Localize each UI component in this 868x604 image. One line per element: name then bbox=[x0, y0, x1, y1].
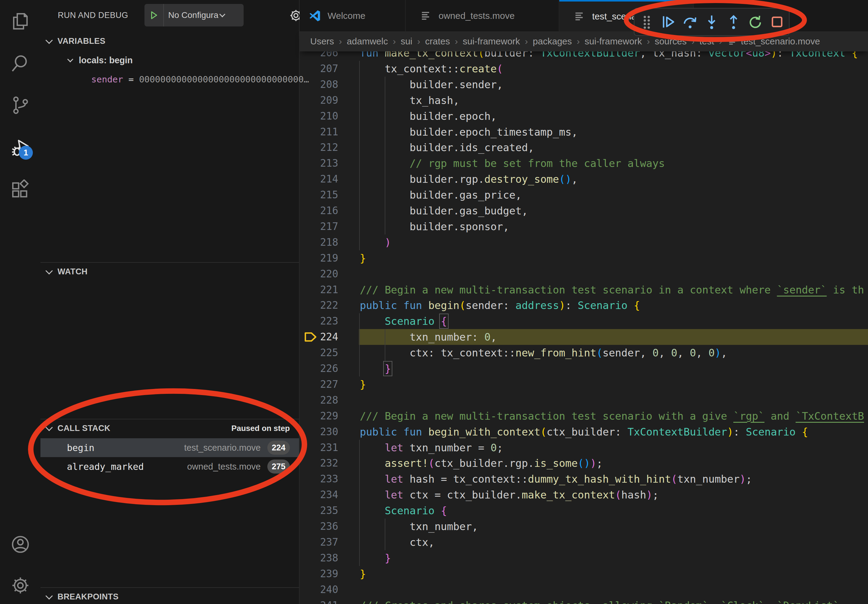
line-number[interactable]: 225 bbox=[310, 345, 338, 361]
step-into-button[interactable] bbox=[702, 11, 721, 33]
code-line[interactable]: 226 } bbox=[299, 361, 868, 376]
line-number[interactable]: 223 bbox=[310, 313, 338, 329]
code-line[interactable]: 230public fun begin_with_context(ctx_bui… bbox=[299, 424, 868, 440]
code-line[interactable]: 207 tx_context::create( bbox=[299, 61, 868, 77]
breadcrumb-item[interactable]: sui-framework bbox=[463, 36, 520, 46]
line-number[interactable]: 235 bbox=[310, 503, 338, 519]
breadcrumb-item[interactable]: test bbox=[699, 36, 714, 46]
line-number[interactable]: 234 bbox=[310, 487, 338, 503]
line-number[interactable]: 232 bbox=[310, 455, 338, 471]
code-line[interactable]: 221/// Begin a new multi-transaction tes… bbox=[299, 282, 868, 298]
line-number[interactable]: 213 bbox=[310, 155, 338, 171]
line-number[interactable]: 237 bbox=[310, 534, 338, 550]
line-number[interactable]: 227 bbox=[310, 376, 338, 392]
code-line[interactable]: 219} bbox=[299, 250, 868, 266]
breadcrumb-item[interactable]: adamwelc bbox=[347, 36, 388, 46]
code-line[interactable]: 223 Scenario { bbox=[299, 313, 868, 329]
code-line[interactable]: 218 ) bbox=[299, 234, 868, 250]
call-stack-frame[interactable]: begintest_scenario.move224 bbox=[40, 438, 299, 457]
call-stack-section-header[interactable]: CALL STACK Paused on step bbox=[40, 421, 299, 436]
start-debug-button[interactable] bbox=[144, 4, 164, 26]
code-text: tx_hash, bbox=[360, 93, 460, 108]
breadcrumb-file[interactable]: test_scenario.move bbox=[741, 36, 820, 46]
code-text: let hash = tx_context::dummy_tx_hash_wit… bbox=[360, 471, 752, 487]
code-line[interactable]: 239} bbox=[299, 566, 868, 582]
line-number[interactable]: 224 bbox=[310, 329, 338, 345]
line-number[interactable]: 228 bbox=[310, 392, 338, 408]
code-line[interactable]: 220 bbox=[299, 266, 868, 282]
continue-button[interactable] bbox=[659, 11, 678, 33]
line-number[interactable]: 217 bbox=[310, 219, 338, 234]
account-button[interactable] bbox=[0, 530, 40, 559]
breadcrumb-item[interactable]: Users bbox=[310, 36, 334, 46]
breadcrumb-item[interactable]: sui-framework bbox=[584, 36, 642, 46]
code-line[interactable]: 235 Scenario { bbox=[299, 503, 868, 519]
line-number[interactable]: 214 bbox=[310, 171, 338, 187]
call-stack-label: CALL STACK bbox=[57, 424, 110, 433]
line-number[interactable]: 230 bbox=[310, 424, 338, 440]
code-line[interactable]: 240 bbox=[299, 582, 868, 598]
line-number[interactable]: 210 bbox=[310, 108, 338, 124]
line-number[interactable]: 239 bbox=[310, 566, 338, 582]
line-number[interactable]: 241 bbox=[310, 598, 338, 604]
line-number[interactable]: 207 bbox=[310, 61, 338, 77]
line-number[interactable]: 216 bbox=[310, 203, 338, 219]
breadcrumb-item[interactable]: sui bbox=[401, 36, 412, 46]
line-number[interactable]: 221 bbox=[310, 282, 338, 298]
breadcrumb-item[interactable]: crates bbox=[425, 36, 450, 46]
code-line[interactable]: 229/// Begin a new multi-transaction tes… bbox=[299, 408, 868, 424]
line-number[interactable]: 208 bbox=[310, 77, 338, 93]
watch-section-header[interactable]: WATCH bbox=[40, 264, 299, 279]
code-line[interactable]: 241/// Creates and shares system objects… bbox=[299, 598, 868, 604]
debug-button[interactable]: 1 bbox=[0, 133, 40, 163]
line-number[interactable]: 218 bbox=[310, 234, 338, 250]
line-number[interactable]: 222 bbox=[310, 297, 338, 313]
line-number[interactable]: 212 bbox=[310, 139, 338, 155]
breadcrumb-item[interactable]: sources bbox=[655, 36, 687, 46]
line-number[interactable]: 236 bbox=[310, 519, 338, 534]
line-number[interactable]: 215 bbox=[310, 187, 338, 203]
code-line[interactable]: 231 let txn_number = 0; bbox=[299, 440, 868, 455]
code-line[interactable]: 232 assert!(ctx_builder.rgp.is_some()); bbox=[299, 455, 868, 471]
variables-scope-row[interactable]: locals: begin bbox=[40, 52, 299, 68]
line-number[interactable]: 240 bbox=[310, 582, 338, 598]
indent-guide bbox=[359, 440, 360, 566]
breadcrumb-item[interactable]: packages bbox=[533, 36, 572, 46]
step-over-button[interactable] bbox=[680, 11, 700, 33]
step-out-button[interactable] bbox=[724, 11, 743, 33]
code-line[interactable]: 228 bbox=[299, 392, 868, 408]
gripper-handle[interactable] bbox=[637, 11, 656, 33]
variables-section-header[interactable]: VARIABLES bbox=[40, 34, 299, 49]
line-number[interactable]: 231 bbox=[310, 440, 338, 455]
line-number[interactable]: 211 bbox=[310, 124, 338, 140]
call-stack-frame[interactable]: already_markedowned_tests.move275 bbox=[40, 457, 299, 476]
code-line[interactable]: 222public fun begin(sender: address): Sc… bbox=[299, 297, 868, 313]
explorer-button[interactable] bbox=[0, 7, 40, 36]
code-editor[interactable]: 206fun make_tx_context(builder: TxContex… bbox=[299, 0, 868, 604]
stop-icon bbox=[769, 13, 786, 30]
breadcrumb-separator-icon: › bbox=[691, 36, 694, 46]
code-line[interactable]: 233 let hash = tx_context::dummy_tx_hash… bbox=[299, 471, 868, 487]
debug-config-dropdown[interactable]: No Configura bbox=[144, 4, 243, 26]
line-number[interactable]: 226 bbox=[310, 361, 338, 376]
line-number[interactable]: 220 bbox=[310, 266, 338, 282]
tab-owned_tests-move[interactable]: owned_tests.move bbox=[406, 0, 559, 31]
line-number[interactable]: 209 bbox=[310, 93, 338, 108]
tab-welcome[interactable]: Welcome bbox=[299, 0, 406, 31]
search-button[interactable] bbox=[0, 49, 40, 78]
extensions-button[interactable] bbox=[0, 175, 40, 205]
code-line[interactable]: 227} bbox=[299, 376, 868, 392]
restart-button[interactable] bbox=[746, 11, 765, 33]
line-number[interactable]: 229 bbox=[310, 408, 338, 424]
source-control-button[interactable] bbox=[0, 91, 40, 120]
code-line[interactable]: 234 let ctx = ctx_builder.make_tx_contex… bbox=[299, 487, 868, 503]
line-number[interactable]: 219 bbox=[310, 250, 338, 266]
breakpoints-section-header[interactable]: BREAKPOINTS bbox=[40, 589, 299, 604]
variable-row[interactable]: sender = 0000000000000000000000000000000… bbox=[40, 71, 299, 87]
line-number[interactable]: 233 bbox=[310, 471, 338, 487]
stop-button[interactable] bbox=[767, 11, 787, 33]
settings-gear-button[interactable] bbox=[0, 571, 40, 600]
line-number[interactable]: 238 bbox=[310, 550, 338, 566]
sidebar-title: RUN AND DEBUG bbox=[58, 11, 128, 20]
code-line[interactable]: 238 } bbox=[299, 550, 868, 566]
